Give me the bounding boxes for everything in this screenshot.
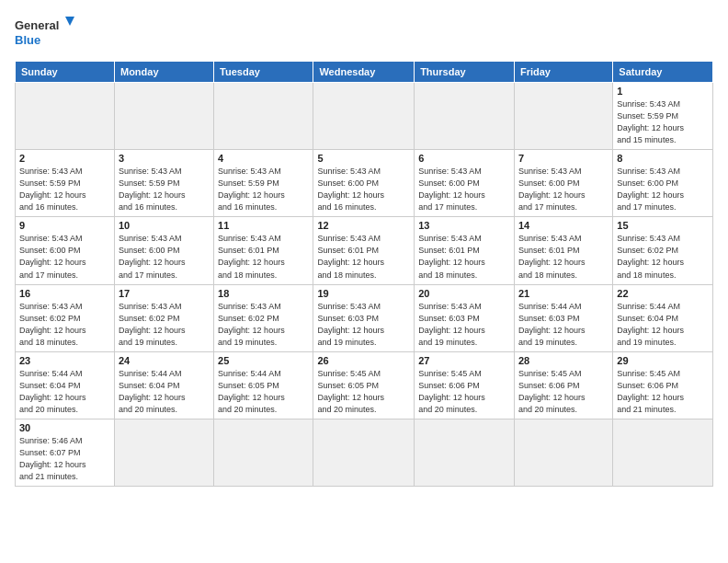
day-header-wednesday: Wednesday: [313, 62, 415, 83]
calendar-cell: 26Sunrise: 5:45 AMSunset: 6:05 PMDayligh…: [313, 351, 415, 419]
day-info: Sunrise: 5:43 AMSunset: 6:01 PMDaylight:…: [317, 233, 410, 281]
day-info: Sunrise: 5:44 AMSunset: 6:04 PMDaylight:…: [119, 368, 210, 416]
calendar-cell: 20Sunrise: 5:43 AMSunset: 6:03 PMDayligh…: [415, 284, 515, 351]
day-info: Sunrise: 5:44 AMSunset: 6:04 PMDaylight:…: [617, 301, 709, 349]
calendar-cell: 25Sunrise: 5:44 AMSunset: 6:05 PMDayligh…: [214, 351, 313, 419]
day-info: Sunrise: 5:43 AMSunset: 6:02 PMDaylight:…: [617, 233, 709, 281]
day-number: 8: [617, 153, 709, 164]
calendar-cell: 14Sunrise: 5:43 AMSunset: 6:01 PMDayligh…: [514, 217, 612, 284]
calendar-cell: 10Sunrise: 5:43 AMSunset: 6:00 PMDayligh…: [114, 217, 213, 284]
calendar-cell: 27Sunrise: 5:45 AMSunset: 6:06 PMDayligh…: [415, 351, 515, 419]
calendar-cell: 18Sunrise: 5:43 AMSunset: 6:02 PMDayligh…: [214, 284, 313, 351]
calendar-cell: 8Sunrise: 5:43 AMSunset: 6:00 PMDaylight…: [613, 150, 713, 217]
day-info: Sunrise: 5:44 AMSunset: 6:04 PMDaylight:…: [19, 368, 110, 416]
day-number: 14: [518, 220, 609, 231]
calendar-cell: 24Sunrise: 5:44 AMSunset: 6:04 PMDayligh…: [114, 351, 213, 419]
day-number: 9: [19, 220, 110, 231]
day-number: 29: [617, 355, 709, 366]
day-info: Sunrise: 5:43 AMSunset: 5:59 PMDaylight:…: [218, 166, 309, 213]
day-number: 3: [119, 153, 210, 164]
day-number: 22: [617, 288, 709, 299]
calendar-week-row: 30Sunrise: 5:46 AMSunset: 6:07 PMDayligh…: [16, 419, 713, 486]
day-number: 21: [518, 288, 609, 299]
calendar-cell: [214, 419, 313, 486]
day-number: 27: [418, 355, 510, 366]
day-info: Sunrise: 5:43 AMSunset: 6:02 PMDaylight:…: [218, 301, 309, 349]
day-info: Sunrise: 5:43 AMSunset: 6:00 PMDaylight:…: [19, 233, 110, 281]
calendar-cell: 12Sunrise: 5:43 AMSunset: 6:01 PMDayligh…: [313, 217, 415, 284]
calendar-cell: 13Sunrise: 5:43 AMSunset: 6:01 PMDayligh…: [415, 217, 515, 284]
calendar-cell: 2Sunrise: 5:43 AMSunset: 5:59 PMDaylight…: [16, 150, 115, 217]
day-info: Sunrise: 5:45 AMSunset: 6:05 PMDaylight:…: [317, 368, 410, 416]
calendar-week-row: 16Sunrise: 5:43 AMSunset: 6:02 PMDayligh…: [16, 284, 713, 351]
calendar-cell: 16Sunrise: 5:43 AMSunset: 6:02 PMDayligh…: [16, 284, 115, 351]
calendar-cell: 15Sunrise: 5:43 AMSunset: 6:02 PMDayligh…: [613, 217, 713, 284]
calendar-cell: 28Sunrise: 5:45 AMSunset: 6:06 PMDayligh…: [514, 351, 612, 419]
day-header-friday: Friday: [514, 62, 612, 83]
day-header-saturday: Saturday: [613, 62, 713, 83]
calendar-cell: 11Sunrise: 5:43 AMSunset: 6:01 PMDayligh…: [214, 217, 313, 284]
day-number: 15: [617, 220, 709, 231]
day-info: Sunrise: 5:43 AMSunset: 6:02 PMDaylight:…: [19, 301, 110, 349]
svg-marker-2: [65, 17, 74, 26]
calendar-cell: 3Sunrise: 5:43 AMSunset: 5:59 PMDaylight…: [114, 150, 213, 217]
calendar-cell: 6Sunrise: 5:43 AMSunset: 6:00 PMDaylight…: [415, 150, 515, 217]
day-number: 1: [617, 86, 709, 97]
day-number: 6: [418, 153, 510, 164]
calendar-header-row: SundayMondayTuesdayWednesdayThursdayFrid…: [16, 62, 713, 83]
calendar-cell: [16, 83, 115, 150]
day-number: 13: [418, 220, 510, 231]
calendar-table: SundayMondayTuesdayWednesdayThursdayFrid…: [15, 61, 713, 487]
day-info: Sunrise: 5:43 AMSunset: 6:00 PMDaylight:…: [418, 166, 510, 213]
page-header: General Blue: [15, 15, 713, 52]
svg-text:General: General: [15, 18, 59, 32]
day-info: Sunrise: 5:45 AMSunset: 6:06 PMDaylight:…: [518, 368, 609, 416]
day-number: 12: [317, 220, 410, 231]
day-number: 28: [518, 355, 609, 366]
day-info: Sunrise: 5:45 AMSunset: 6:06 PMDaylight:…: [617, 368, 709, 416]
day-number: 20: [418, 288, 510, 299]
calendar-cell: [313, 83, 415, 150]
day-info: Sunrise: 5:43 AMSunset: 6:00 PMDaylight:…: [518, 166, 609, 213]
calendar-week-row: 9Sunrise: 5:43 AMSunset: 6:00 PMDaylight…: [16, 217, 713, 284]
calendar-cell: 22Sunrise: 5:44 AMSunset: 6:04 PMDayligh…: [613, 284, 713, 351]
day-number: 11: [218, 220, 309, 231]
calendar-cell: [514, 83, 612, 150]
day-info: Sunrise: 5:43 AMSunset: 6:00 PMDaylight:…: [317, 166, 410, 213]
day-number: 5: [317, 153, 410, 164]
day-info: Sunrise: 5:43 AMSunset: 6:03 PMDaylight:…: [418, 301, 510, 349]
day-info: Sunrise: 5:46 AMSunset: 6:07 PMDaylight:…: [19, 435, 110, 483]
day-header-thursday: Thursday: [415, 62, 515, 83]
day-number: 19: [317, 288, 410, 299]
day-info: Sunrise: 5:43 AMSunset: 6:02 PMDaylight:…: [119, 301, 210, 349]
calendar-cell: 29Sunrise: 5:45 AMSunset: 6:06 PMDayligh…: [613, 351, 713, 419]
day-number: 10: [119, 220, 210, 231]
calendar-cell: 30Sunrise: 5:46 AMSunset: 6:07 PMDayligh…: [16, 419, 115, 486]
calendar-cell: [514, 419, 612, 486]
day-info: Sunrise: 5:43 AMSunset: 6:01 PMDaylight:…: [418, 233, 510, 281]
day-header-tuesday: Tuesday: [214, 62, 313, 83]
calendar-cell: 23Sunrise: 5:44 AMSunset: 6:04 PMDayligh…: [16, 351, 115, 419]
day-info: Sunrise: 5:44 AMSunset: 6:03 PMDaylight:…: [518, 301, 609, 349]
day-header-monday: Monday: [114, 62, 213, 83]
calendar-cell: 9Sunrise: 5:43 AMSunset: 6:00 PMDaylight…: [16, 217, 115, 284]
calendar-cell: [214, 83, 313, 150]
generalblue-logo-icon: General Blue: [15, 15, 79, 52]
day-info: Sunrise: 5:43 AMSunset: 6:01 PMDaylight:…: [218, 233, 309, 281]
day-info: Sunrise: 5:44 AMSunset: 6:05 PMDaylight:…: [218, 368, 309, 416]
calendar-cell: [114, 83, 213, 150]
calendar-week-row: 1Sunrise: 5:43 AMSunset: 5:59 PMDaylight…: [16, 83, 713, 150]
logo: General Blue: [15, 15, 79, 52]
day-info: Sunrise: 5:45 AMSunset: 6:06 PMDaylight:…: [418, 368, 510, 416]
calendar-cell: 1Sunrise: 5:43 AMSunset: 5:59 PMDaylight…: [613, 83, 713, 150]
day-info: Sunrise: 5:43 AMSunset: 5:59 PMDaylight:…: [617, 98, 709, 146]
calendar-cell: 19Sunrise: 5:43 AMSunset: 6:03 PMDayligh…: [313, 284, 415, 351]
calendar-cell: [415, 83, 515, 150]
day-info: Sunrise: 5:43 AMSunset: 6:00 PMDaylight:…: [119, 233, 210, 281]
calendar-cell: [313, 419, 415, 486]
day-number: 17: [119, 288, 210, 299]
day-number: 2: [19, 153, 110, 164]
calendar-cell: 7Sunrise: 5:43 AMSunset: 6:00 PMDaylight…: [514, 150, 612, 217]
day-number: 23: [19, 355, 110, 366]
day-number: 30: [19, 422, 110, 433]
